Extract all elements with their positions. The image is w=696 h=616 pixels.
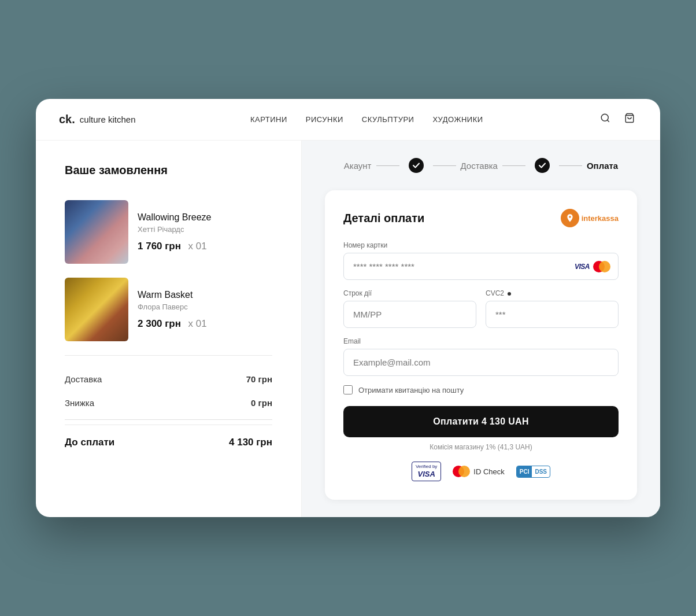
receipt-checkbox[interactable] [343,385,353,394]
email-label: Email [343,337,619,345]
email-input[interactable] [343,349,619,376]
order-totals: Доставка 70 грн Знижка 0 грн До сплати 4… [65,367,272,455]
card-number-wrap: VISA [343,253,619,280]
step-1-label: Акаунт [344,161,372,171]
logo[interactable]: ck. culture kitchen [59,113,136,126]
search-button[interactable] [598,110,613,128]
order-summary-panel: Ваше замовлення Wallowing Breeze Хетті Р… [36,141,302,517]
item-2-name: Warm Basket [138,290,272,300]
svg-point-0 [601,115,608,121]
step-line-2 [433,165,456,166]
cvc-input[interactable] [486,301,619,328]
expiry-field-group: Строк дії [343,289,476,328]
item-1-artwork [65,200,128,264]
step-2-check [535,158,550,173]
pci-dss-badge: PCI DSS [516,466,550,478]
id-check-mc-icon [453,466,470,477]
discount-label: Знижка [65,398,94,408]
total-row: До сплати 4 130 грн [65,425,272,455]
cvc-label: CVC2 [486,289,619,297]
step-2-label: Доставка [461,161,498,171]
visa-text: VISA [417,470,435,479]
check-icon-2 [538,161,546,169]
item-1-name: Wallowing Breeze [138,212,272,223]
svg-line-1 [607,120,609,122]
delivery-value: 70 грн [246,374,272,384]
logo-text: culture kitchen [80,115,136,124]
cvc-info-dot [508,292,511,296]
item-2-price: 2 300 грн [138,318,181,329]
id-check-badge: ID Check [453,466,504,477]
item-2-qty: x 01 [188,318,206,329]
expiry-label: Строк дії [343,289,476,297]
id-mc-right [458,466,470,477]
total-label: До сплати [65,437,114,448]
nav-actions [598,110,637,128]
cvc-field-group: CVC2 [486,289,619,328]
verified-by-visa-badge: Verified by VISA [412,462,441,481]
email-field-group: Email [343,337,619,376]
payment-card-header: Деталі оплати interkassa [343,209,619,227]
check-icon-1 [412,161,420,169]
nav-paintings[interactable]: КАРТИНИ [250,115,287,124]
mastercard-icon [593,261,612,272]
checkout-stepper: Акаунт Доставка Оплата [325,158,637,173]
pay-button[interactable]: Оплатити 4 130 UAH [343,406,619,437]
header: ck. culture kitchen КАРТИНИ РИСУНКИ СКУЛ… [36,99,660,141]
visa-icon: VISA [575,263,590,271]
interkassa-logo: interkassa [561,209,619,227]
item-1-qty: x 01 [188,241,206,252]
mc-right-circle [599,261,610,272]
nav-drawings[interactable]: РИСУНКИ [306,115,343,124]
security-badges: Verified by VISA ID Check PCI DSS [343,462,619,481]
delivery-row: Доставка 70 грн [65,367,272,391]
commission-text: Комісія магазину 1% (41,3 UAH) [343,443,619,451]
discount-value: 0 грн [251,398,272,408]
receipt-label: Отримати квитанцію на пошту [358,386,464,394]
logo-icon: ck. [59,113,75,126]
card-number-label: Номер картки [343,241,619,249]
id-check-label: ID Check [473,467,504,476]
order-title: Ваше замовлення [65,164,272,177]
nav-artists[interactable]: ХУДОЖНИКИ [432,115,483,124]
item-2-price-row: 2 300 грн x 01 [138,318,272,330]
divider-2 [65,419,272,420]
expiry-cvc-row: Строк дії CVC2 [343,289,619,337]
verified-text: Verified by [416,464,437,470]
item-1-image [65,200,128,264]
item-2-artist: Флора Паверс [138,303,272,311]
payment-title: Деталі оплати [343,212,424,225]
interkassa-text: interkassa [582,214,619,223]
step-line-1 [376,165,399,166]
expiry-input[interactable] [343,301,476,328]
discount-row: Знижка 0 грн [65,391,272,415]
item-2-artwork [65,278,128,341]
payment-form-card: Деталі оплати interkassa Номер картки [325,190,637,499]
step-line-3 [502,165,525,166]
main-content: Ваше замовлення Wallowing Breeze Хетті Р… [36,141,660,517]
payment-panel: Акаунт Доставка Оплата [302,141,660,517]
interkassa-icon [561,209,579,227]
divider-1 [65,355,272,356]
dss-text: DSS [532,466,550,477]
item-2-image [65,278,128,341]
step-line-4 [559,165,582,166]
receipt-checkbox-row: Отримати квитанцію на пошту [343,385,619,394]
step-3-label: Оплата [587,161,618,171]
pci-text: PCI [517,466,532,477]
nav-sculptures[interactable]: СКУЛЬПТУРИ [362,115,414,124]
item-1-info: Wallowing Breeze Хетті Річардс 1 760 грн… [138,212,272,252]
main-nav: КАРТИНИ РИСУНКИ СКУЛЬПТУРИ ХУДОЖНИКИ [250,115,483,124]
item-1-artist: Хетті Річардс [138,225,272,234]
total-value: 4 130 грн [229,437,272,448]
order-item-2: Warm Basket Флора Паверс 2 300 грн x 01 [65,271,272,348]
cart-button[interactable] [622,110,637,128]
card-number-field-group: Номер картки VISA [343,241,619,280]
item-1-price: 1 760 грн [138,241,181,252]
item-2-info: Warm Basket Флора Паверс 2 300 грн x 01 [138,290,272,330]
card-brands: VISA [575,261,612,272]
item-1-price-row: 1 760 грн x 01 [138,241,272,252]
order-item-1: Wallowing Breeze Хетті Річардс 1 760 грн… [65,193,272,271]
delivery-label: Доставка [65,374,102,384]
step-1-check [409,158,424,173]
